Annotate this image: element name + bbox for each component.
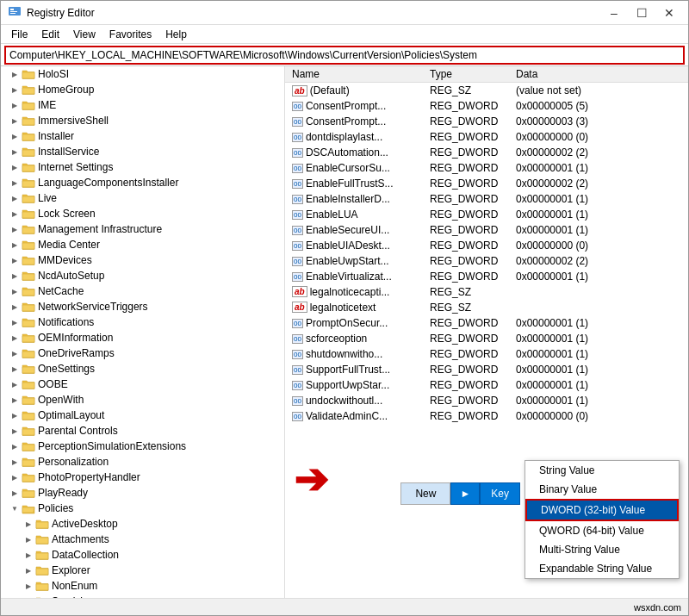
- tree-item-holosi[interactable]: HoloSI: [1, 66, 284, 82]
- tree-arrow: [8, 269, 22, 283]
- table-row[interactable]: ab legalnoticetext REG_SZ: [285, 300, 688, 315]
- tree-item-perceptionsim[interactable]: PerceptionSimulationExtensions: [1, 439, 284, 454]
- tree-item-mediacenter[interactable]: Media Center: [1, 237, 284, 252]
- close-button[interactable]: ✕: [657, 4, 681, 22]
- table-row[interactable]: 00 PromptOnSecur... REG_DWORD 0x00000001…: [285, 315, 688, 331]
- tree-item-installer[interactable]: Installer: [1, 128, 284, 144]
- tree-item-servicing[interactable]: Servicing: [1, 594, 284, 598]
- tree-item-onesettings[interactable]: OneSettings: [1, 361, 284, 376]
- tree-item-installservice[interactable]: InstallService: [1, 144, 284, 159]
- folder-icon: [22, 285, 35, 297]
- folder-icon: [22, 332, 35, 344]
- tree-item-attachments[interactable]: Attachments: [1, 532, 284, 547]
- table-row[interactable]: 00 ConsentPrompt... REG_DWORD 0x00000003…: [285, 114, 688, 129]
- table-row[interactable]: 00 EnableLUA REG_DWORD 0x00000001 (1): [285, 207, 688, 222]
- table-row[interactable]: 00 ConsentPrompt... REG_DWORD 0x00000005…: [285, 98, 688, 114]
- table-row[interactable]: 00 DSCAutomation... REG_DWORD 0x00000002…: [285, 145, 688, 160]
- tree-arrow: [8, 439, 22, 453]
- tree-item-languagecomponents[interactable]: LanguageComponentsInstaller: [1, 175, 284, 190]
- tree-item-lockscreen[interactable]: Lock Screen: [1, 206, 284, 221]
- tree-item-notifications[interactable]: Notifications: [1, 314, 284, 330]
- folder-icon: [22, 270, 35, 282]
- table-row[interactable]: 00 ValidateAdminC... REG_DWORD 0x0000000…: [285, 408, 688, 424]
- tree-label: ImmersiveShell: [38, 115, 109, 127]
- tree-label: Servicing: [52, 595, 94, 598]
- tree-item-onedriveramps[interactable]: OneDriveRamps: [1, 345, 284, 361]
- table-row[interactable]: 00 EnableUIADeskt... REG_DWORD 0x0000000…: [285, 238, 688, 253]
- menu-edit[interactable]: Edit: [34, 27, 66, 41]
- tree-item-netcache[interactable]: NetCache: [1, 283, 284, 299]
- menu-favorites[interactable]: Favorites: [102, 27, 158, 41]
- folder-icon: [22, 84, 35, 96]
- table-row[interactable]: 00 SupportFullTrust... REG_DWORD 0x00000…: [285, 362, 688, 377]
- table-row[interactable]: 00 EnableFullTrustS... REG_DWORD 0x00000…: [285, 176, 688, 191]
- tree-item-homegroup[interactable]: HomeGroup: [1, 82, 284, 97]
- address-input[interactable]: [4, 46, 685, 65]
- cell-name: 00 shutdownwitho...: [285, 346, 423, 362]
- tree-arrow: [22, 532, 35, 546]
- cell-name: 00 ConsentPrompt...: [285, 98, 423, 114]
- context-menu-qword-value[interactable]: QWORD (64-bit) Value: [525, 521, 679, 540]
- tree-item-live[interactable]: Live: [1, 190, 284, 206]
- tree-arrow: [22, 548, 35, 562]
- context-menu-binary-value[interactable]: Binary Value: [525, 480, 679, 499]
- context-menu-expandable-value[interactable]: Expandable String Value: [525, 559, 679, 578]
- menu-file[interactable]: File: [4, 27, 34, 41]
- tree-label: Lock Screen: [38, 208, 96, 220]
- table-row[interactable]: 00 EnableSecureUI... REG_DWORD 0x0000000…: [285, 222, 688, 238]
- table-row[interactable]: 00 EnableVirtualizat... REG_DWORD 0x0000…: [285, 269, 688, 284]
- tree-item-photoproperty[interactable]: PhotoPropertyHandler: [1, 470, 284, 485]
- tree-item-mmdevices[interactable]: MMDevices: [1, 252, 284, 268]
- context-menu-multistring-value[interactable]: Multi-String Value: [525, 540, 679, 559]
- new-arrow-button[interactable]: ►: [450, 482, 480, 505]
- tree-item-oeminformation[interactable]: OEMInformation: [1, 330, 284, 345]
- tree-item-personalization[interactable]: Personalization: [1, 454, 284, 470]
- tree-label: Personalization: [38, 456, 109, 468]
- tree-arrow: [8, 424, 22, 438]
- tree-item-ncdautosetup[interactable]: NcdAutoSetup: [1, 268, 284, 283]
- tree-item-immersiveshell[interactable]: ImmersiveShell: [1, 113, 284, 128]
- table-row[interactable]: ab (Default) REG_SZ (value not set): [285, 83, 688, 98]
- folder-icon: [22, 316, 35, 328]
- tree-item-nonenum[interactable]: NonEnum: [1, 578, 284, 594]
- tree-item-playready[interactable]: PlayReady: [1, 485, 284, 501]
- tree-label: NonEnum: [52, 580, 97, 592]
- tree-item-openwith[interactable]: OpenWith: [1, 392, 284, 408]
- cell-type: REG_DWORD: [423, 176, 509, 191]
- table-row[interactable]: 00 shutdownwitho... REG_DWORD 0x00000001…: [285, 346, 688, 362]
- tree-item-optimallayout[interactable]: OptimalLayout: [1, 408, 284, 423]
- minimize-button[interactable]: –: [602, 4, 626, 22]
- context-menu-string-value[interactable]: String Value: [525, 461, 679, 480]
- ab-icon: ab: [292, 302, 307, 313]
- table-row[interactable]: 00 SupportUwpStar... REG_DWORD 0x0000000…: [285, 377, 688, 393]
- tree-label: NetworkServiceTriggers: [38, 301, 148, 313]
- tree-arrow: [8, 238, 22, 252]
- tree-item-policies[interactable]: Policies: [1, 501, 284, 516]
- folder-icon: [22, 161, 35, 173]
- tree-item-explorer[interactable]: Explorer: [1, 563, 284, 578]
- tree-item-ime[interactable]: IME: [1, 97, 284, 113]
- table-row[interactable]: 00 EnableUwpStart... REG_DWORD 0x0000000…: [285, 253, 688, 269]
- new-button[interactable]: New: [400, 482, 450, 505]
- table-row[interactable]: 00 undockwithoutl... REG_DWORD 0x0000000…: [285, 393, 688, 408]
- menu-help[interactable]: Help: [158, 27, 194, 41]
- table-row[interactable]: 00 EnableCursorSu... REG_DWORD 0x0000000…: [285, 160, 688, 176]
- cell-data: 0x00000002 (2): [509, 176, 688, 191]
- tree-item-datacollection[interactable]: DataCollection: [1, 547, 284, 563]
- table-row[interactable]: ab legalnoticecapti... REG_SZ: [285, 284, 688, 300]
- context-menu-dword-value[interactable]: DWORD (32-bit) Value: [525, 499, 679, 521]
- tree-item-networkservice[interactable]: NetworkServiceTriggers: [1, 299, 284, 314]
- cell-type: REG_DWORD: [423, 331, 509, 346]
- tree-item-oobe[interactable]: OOBE: [1, 376, 284, 392]
- table-row[interactable]: 00 scforceoption REG_DWORD 0x00000001 (1…: [285, 331, 688, 346]
- tree-item-activedesktop[interactable]: ActiveDesktop: [1, 516, 284, 532]
- menu-view[interactable]: View: [66, 27, 102, 41]
- tree-item-mgmt[interactable]: Management Infrastructure: [1, 221, 284, 237]
- tree-item-parentalcontrols[interactable]: Parental Controls: [1, 423, 284, 439]
- table-row[interactable]: 00 EnableInstallerD... REG_DWORD 0x00000…: [285, 191, 688, 207]
- cell-data: 0x00000001 (1): [509, 160, 688, 176]
- tree-item-internetsettings[interactable]: Internet Settings: [1, 159, 284, 175]
- maximize-button[interactable]: ☐: [630, 4, 654, 22]
- cell-type: REG_DWORD: [423, 114, 509, 129]
- table-row[interactable]: 00 dontdisplaylast... REG_DWORD 0x000000…: [285, 129, 688, 145]
